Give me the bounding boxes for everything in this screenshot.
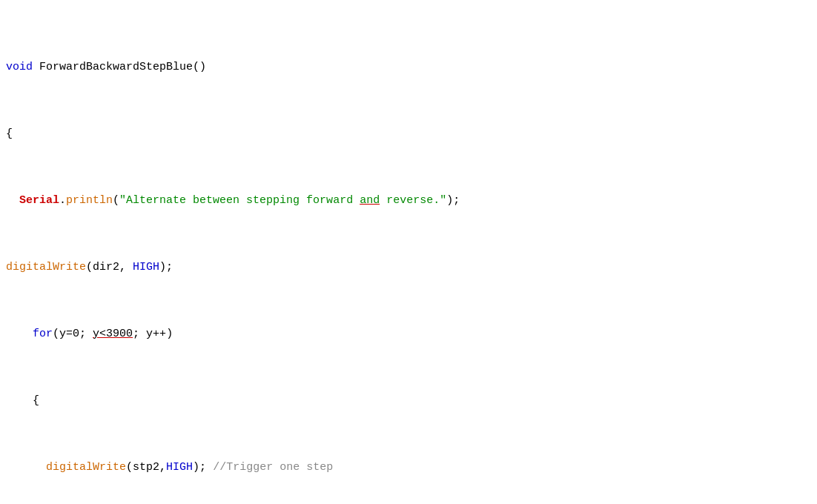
code-line-1: void ForwardBackwardStepBlue() <box>6 59 811 76</box>
keyword-void: void <box>6 61 33 73</box>
comment-trigger: //Trigger one step <box>213 461 333 474</box>
high-const: HIGH <box>133 261 159 273</box>
y-condition: y<3900 <box>93 328 133 340</box>
digitalwrite-stp2-high: digitalWrite <box>46 461 126 474</box>
for-keyword: for <box>33 328 53 340</box>
serial-keyword: Serial <box>19 194 59 207</box>
code-line-7: digitalWrite(stp2,HIGH); //Trigger one s… <box>6 460 811 477</box>
println-call: println <box>66 194 113 207</box>
code-line-3: Serial.println("Alternate between steppi… <box>6 193 811 210</box>
string-literal: "Alternate between stepping forward and … <box>119 194 446 207</box>
stp2-id: stp2 <box>133 461 159 474</box>
code-editor: void ForwardBackwardStepBlue() { Serial.… <box>6 9 811 504</box>
dir2-id: dir2 <box>93 261 119 273</box>
code-line-6: { <box>6 393 811 410</box>
code-line-4: digitalWrite(dir2, HIGH); <box>6 259 811 276</box>
code-line-5: for(y=0; y<3900; y++) <box>6 326 811 343</box>
function-name: ForwardBackwardStepBlue <box>39 61 193 73</box>
y-init: y=0 <box>59 328 79 340</box>
y-increment: y++ <box>146 328 166 340</box>
code-line-2: { <box>6 126 811 143</box>
high-const-2: HIGH <box>166 461 193 474</box>
digitalwrite-call: digitalWrite <box>6 261 86 273</box>
